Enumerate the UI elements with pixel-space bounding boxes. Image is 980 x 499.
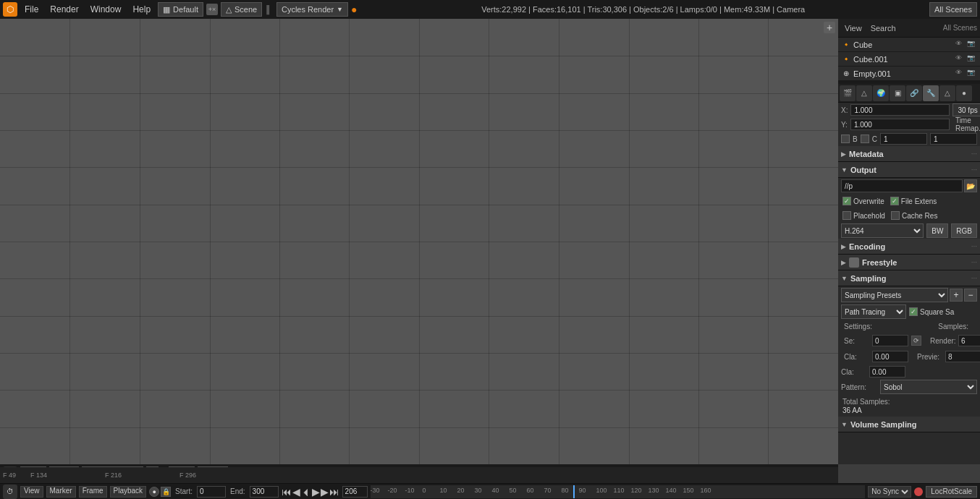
render-engine-selector[interactable]: Cycles Render ▼ bbox=[276, 2, 348, 17]
layout-close-btn[interactable]: +× bbox=[206, 4, 218, 15]
output-path-input[interactable] bbox=[841, 179, 963, 192]
scene-item-cube[interactable]: 🔸 Cube 👁 📷 bbox=[838, 38, 980, 52]
scene-item-empty001[interactable]: ⊕ Empty.001 👁 📷 bbox=[838, 67, 980, 81]
help-menu[interactable]: Help bbox=[128, 3, 155, 16]
seed-input[interactable] bbox=[872, 335, 908, 346]
aspect-x-input[interactable] bbox=[850, 104, 950, 116]
app-icon[interactable]: ⬡ bbox=[3, 2, 17, 17]
anim-rec-icon[interactable]: ● bbox=[149, 487, 159, 497]
play-btn[interactable]: ▶ bbox=[312, 486, 320, 498]
border-val1-input[interactable] bbox=[880, 133, 927, 145]
timeline-view-btn[interactable]: View bbox=[20, 486, 43, 498]
empty001-render-icon[interactable]: 📷 bbox=[967, 69, 977, 79]
sampling-presets-select[interactable]: Sampling Presets bbox=[841, 288, 948, 302]
world-props-icon[interactable]: 🌍 bbox=[873, 85, 889, 101]
ruler-mark-2: -10 bbox=[405, 487, 415, 494]
timeline-marker-btn[interactable]: Marker bbox=[46, 486, 76, 498]
end-frame-input[interactable] bbox=[250, 486, 279, 498]
start-frame-input[interactable] bbox=[197, 486, 226, 498]
timeline-editor-icon[interactable]: ⏱ bbox=[3, 485, 17, 499]
current-frame-input[interactable] bbox=[342, 486, 368, 498]
timeline-ruler[interactable]: -30 -20 -10 0 10 20 30 40 50 60 70 80 90… bbox=[371, 485, 866, 498]
timeline-frame-btn[interactable]: Frame bbox=[79, 486, 107, 498]
anim-lock-icon[interactable]: 🔒 bbox=[161, 487, 171, 497]
render-menu[interactable]: Render bbox=[46, 3, 83, 16]
prev-frame-btn[interactable]: ◀ bbox=[292, 486, 300, 498]
volume-sampling-section-header[interactable]: ▼ Volume Sampling bbox=[838, 417, 980, 432]
preview-input[interactable] bbox=[945, 351, 980, 362]
overwrite-checkbox[interactable]: ✓ bbox=[842, 197, 851, 205]
next-frame-btn[interactable]: ▶ bbox=[321, 486, 329, 498]
jump-end-btn[interactable]: ⏭ bbox=[329, 486, 339, 498]
record-btn[interactable] bbox=[914, 487, 923, 496]
window-menu[interactable]: Window bbox=[86, 3, 126, 16]
render-input[interactable] bbox=[958, 335, 980, 346]
right-panel: View Search All Scenes 🔸 Cube 👁 📷 🔸 Cube… bbox=[838, 19, 980, 464]
pattern-select[interactable]: Sobol bbox=[880, 380, 977, 394]
output-browse-btn[interactable]: 📂 bbox=[964, 179, 977, 192]
codec-select[interactable]: H.264 bbox=[841, 223, 924, 238]
view-tab[interactable]: View bbox=[841, 22, 866, 34]
freestyle-section-header[interactable]: ▶ Freestyle ··· bbox=[838, 255, 980, 270]
play-reverse-btn[interactable]: ⏴ bbox=[301, 486, 311, 498]
layout-name: Default bbox=[173, 5, 198, 14]
output-section-title: Output bbox=[850, 166, 876, 174]
c-checkbox[interactable] bbox=[861, 135, 869, 143]
empty001-label: Empty.001 bbox=[853, 69, 955, 78]
cache-res-checkbox[interactable] bbox=[891, 211, 900, 220]
render-props-icon[interactable]: 🎬 bbox=[840, 85, 856, 101]
empty001-visibility-icon[interactable]: 👁 bbox=[955, 69, 966, 79]
material-props-icon[interactable]: ● bbox=[956, 85, 972, 101]
b-checkbox[interactable] bbox=[841, 135, 850, 143]
scene-item-cube001[interactable]: 🔸 Cube.001 👁 📷 bbox=[838, 52, 980, 67]
total-samples-title: Total Samples: bbox=[842, 398, 890, 406]
properties-icon-bar: 🎬 △ 🌍 ▣ 🔗 🔧 △ ● bbox=[838, 84, 980, 103]
clamp-indirect-input[interactable] bbox=[869, 366, 905, 378]
clamp-direct-input[interactable] bbox=[872, 351, 908, 362]
f216-marker: F 216 bbox=[105, 472, 122, 479]
sampling-preset-add-btn[interactable]: + bbox=[950, 289, 963, 302]
ruler-mark-5: 20 bbox=[457, 487, 465, 494]
layout-selector[interactable]: ▦ Default bbox=[158, 2, 203, 17]
file-menu[interactable]: File bbox=[20, 3, 43, 16]
data-props-icon[interactable]: △ bbox=[939, 85, 955, 101]
placeholder-checkbox[interactable] bbox=[842, 211, 851, 220]
cube001-visibility-icon[interactable]: 👁 bbox=[955, 54, 966, 64]
square-sa-checkbox[interactable]: ✓ bbox=[909, 307, 918, 316]
scene-selector[interactable]: △ Scene bbox=[221, 2, 262, 17]
framerate-select[interactable]: 30 fps bbox=[952, 103, 980, 116]
seed-row: Se: ⟳ bbox=[841, 333, 924, 348]
ruler-mark-1: -20 bbox=[388, 487, 397, 494]
sampling-section-header[interactable]: ▼ Sampling ··· bbox=[838, 270, 980, 286]
all-scenes-btn[interactable]: All Scenes bbox=[929, 2, 977, 17]
viewport-corner-expand[interactable]: + bbox=[824, 22, 835, 33]
cube-visibility-icon[interactable]: 👁 bbox=[955, 40, 966, 50]
seed-random-icon[interactable]: ⟳ bbox=[911, 336, 921, 346]
metadata-section-header[interactable]: ▶ Metadata ··· bbox=[838, 146, 980, 162]
path-tracing-select[interactable]: Path Tracing bbox=[841, 304, 906, 319]
cube-render-icon[interactable]: 📷 bbox=[967, 40, 977, 50]
border-val2-input[interactable] bbox=[930, 133, 977, 145]
encoding-section-header[interactable]: ▶ Encoding ··· bbox=[838, 239, 980, 255]
scene-props-icon[interactable]: △ bbox=[856, 85, 872, 101]
color-bw-btn[interactable]: BW bbox=[926, 223, 948, 238]
f49-marker: F 49 bbox=[3, 472, 16, 479]
output-section-header[interactable]: ▼ Output ··· bbox=[838, 162, 980, 178]
modifier-props-icon[interactable]: 🔧 bbox=[923, 85, 939, 101]
search-tab[interactable]: Search bbox=[867, 22, 900, 34]
aspect-y-input[interactable] bbox=[850, 119, 950, 130]
object-props-icon[interactable]: ▣ bbox=[890, 85, 905, 101]
cube001-icon: 🔸 bbox=[841, 54, 851, 64]
constraint-props-icon[interactable]: 🔗 bbox=[906, 85, 922, 101]
sync-select[interactable]: No Sync bbox=[868, 486, 911, 498]
border-row: B C bbox=[838, 132, 980, 146]
timeline-playback-btn[interactable]: Playback bbox=[110, 486, 147, 498]
outliner-tabs: View Search All Scenes bbox=[838, 19, 980, 38]
cube001-render-icon[interactable]: 📷 bbox=[967, 54, 977, 64]
loc-rot-scale-btn[interactable]: LocRotScale bbox=[926, 486, 977, 498]
color-rgb-btn[interactable]: RGB bbox=[951, 223, 977, 238]
file-ext-checkbox[interactable]: ✓ bbox=[890, 197, 899, 205]
jump-start-btn[interactable]: ⏮ bbox=[282, 486, 292, 498]
sampling-preset-remove-btn[interactable]: − bbox=[964, 289, 977, 302]
ruler-mark-15: 120 bbox=[631, 487, 642, 494]
